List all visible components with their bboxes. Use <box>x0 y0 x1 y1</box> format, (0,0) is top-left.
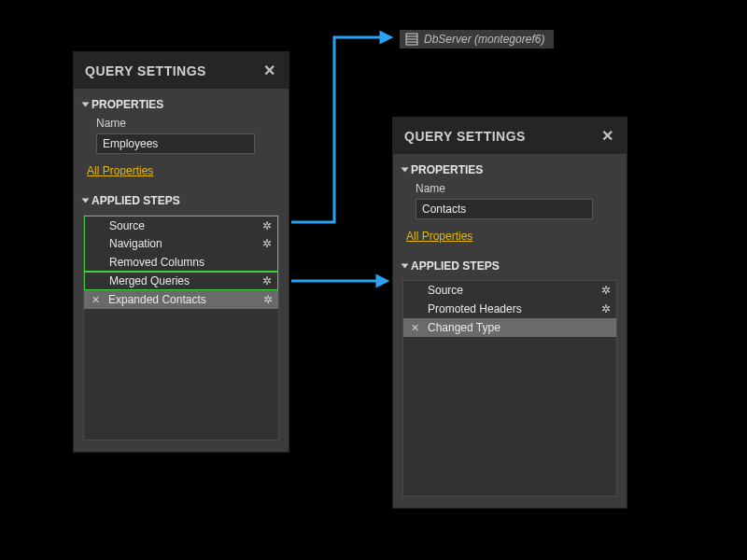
name-field-label: Name <box>74 115 289 133</box>
name-field-label: Name <box>393 180 627 199</box>
db-target-label: DbServer (montegoref6) <box>424 33 544 46</box>
query-name-input[interactable] <box>416 199 593 219</box>
gear-icon[interactable]: ✲ <box>262 237 272 250</box>
caret-down-icon <box>402 264 409 269</box>
step-label: Expanded Contacts <box>108 293 206 306</box>
properties-section-header[interactable]: PROPERTIES <box>393 154 627 180</box>
applied-steps-section-header[interactable]: APPLIED STEPS <box>74 185 289 211</box>
database-icon <box>405 33 418 46</box>
applied-steps-list: Source ✲ Promoted Headers ✲ ✕ Changed Ty… <box>402 280 617 497</box>
gear-icon[interactable]: ✲ <box>601 284 611 297</box>
applied-steps-section-header[interactable]: APPLIED STEPS <box>393 250 627 276</box>
gear-icon[interactable]: ✲ <box>262 274 272 287</box>
caret-down-icon <box>82 199 90 203</box>
db-target-chip[interactable]: DbServer (montegoref6) <box>400 30 554 49</box>
query-settings-panel-left: QUERY SETTINGS ✕ PROPERTIES Name All Pro… <box>73 51 289 453</box>
query-name-input[interactable] <box>96 133 255 154</box>
gear-icon[interactable]: ✲ <box>601 302 611 315</box>
step-label: Source <box>109 219 145 232</box>
all-properties-link[interactable]: All Properties <box>74 164 164 185</box>
query-settings-panel-right: QUERY SETTINGS ✕ PROPERTIES Name All Pro… <box>392 117 627 509</box>
delete-step-icon[interactable]: ✕ <box>92 294 100 306</box>
step-label: Changed Type <box>428 321 500 334</box>
svg-marker-4 <box>381 33 390 42</box>
caret-down-icon <box>402 168 409 173</box>
panel-header: QUERY SETTINGS ✕ <box>74 52 289 89</box>
step-row[interactable]: Promoted Headers ✲ <box>403 300 616 318</box>
gear-icon[interactable]: ✲ <box>263 293 273 306</box>
step-label: Removed Columns <box>109 256 204 269</box>
delete-step-icon[interactable]: ✕ <box>411 322 419 334</box>
close-icon[interactable]: ✕ <box>261 62 278 79</box>
applied-steps-list: Source ✲ Navigation ✲ Removed Columns Me… <box>83 215 279 441</box>
properties-section-header[interactable]: PROPERTIES <box>74 89 289 115</box>
panel-header: QUERY SETTINGS ✕ <box>393 118 627 154</box>
step-label: Promoted Headers <box>428 302 522 315</box>
step-label: Navigation <box>109 237 162 250</box>
panel-title: QUERY SETTINGS <box>85 63 206 78</box>
dependency-arrow <box>289 272 397 290</box>
close-icon[interactable]: ✕ <box>599 127 616 145</box>
step-row[interactable]: ✕ Expanded Contacts ✲ <box>84 290 278 309</box>
step-row[interactable]: ✕ Changed Type <box>403 318 616 337</box>
step-row[interactable]: Source ✲ <box>403 281 616 300</box>
dependency-arrow <box>289 28 402 243</box>
svg-marker-6 <box>377 276 387 286</box>
caret-down-icon <box>82 103 90 107</box>
step-row[interactable]: Navigation ✲ <box>84 234 278 253</box>
panel-title: QUERY SETTINGS <box>404 129 526 144</box>
all-properties-link[interactable]: All Properties <box>393 230 484 250</box>
step-row[interactable]: Removed Columns <box>84 253 278 272</box>
step-label: Source <box>428 284 463 297</box>
step-row[interactable]: Merged Queries ✲ <box>84 272 278 290</box>
step-row[interactable]: Source ✲ <box>84 216 278 234</box>
step-label: Merged Queries <box>109 274 190 287</box>
gear-icon[interactable]: ✲ <box>262 219 272 232</box>
